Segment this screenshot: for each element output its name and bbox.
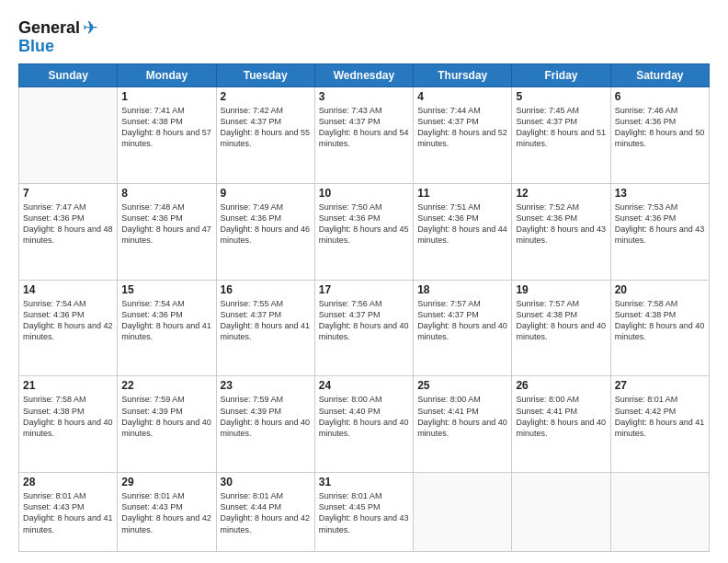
weekday-header-saturday: Saturday — [610, 64, 709, 87]
weekday-header-sunday: Sunday — [19, 64, 118, 87]
cell-info: Sunrise: 8:00 AMSunset: 4:41 PMDaylight:… — [417, 394, 507, 439]
cell-info: Sunrise: 7:59 AMSunset: 4:39 PMDaylight:… — [221, 394, 311, 439]
calendar-cell: 28Sunrise: 8:01 AMSunset: 4:43 PMDayligh… — [19, 473, 118, 552]
logo-blue: Blue — [18, 37, 54, 56]
calendar-cell: 20Sunrise: 7:58 AMSunset: 4:38 PMDayligh… — [610, 280, 709, 376]
calendar-cell: 1Sunrise: 7:41 AMSunset: 4:38 PMDaylight… — [118, 87, 216, 184]
cell-info: Sunrise: 7:49 AMSunset: 4:36 PMDaylight:… — [221, 201, 311, 247]
cell-info: Sunrise: 7:46 AMSunset: 4:36 PMDaylight:… — [615, 105, 705, 150]
day-number: 19 — [516, 283, 606, 296]
cell-info: Sunrise: 7:52 AMSunset: 4:36 PMDaylight:… — [516, 201, 606, 247]
day-number: 29 — [121, 476, 211, 488]
cell-info: Sunrise: 7:54 AMSunset: 4:36 PMDaylight:… — [23, 298, 113, 343]
day-number: 7 — [23, 187, 113, 200]
calendar-table: SundayMondayTuesdayWednesdayThursdayFrid… — [18, 63, 710, 552]
calendar-cell — [19, 87, 118, 184]
cell-info: Sunrise: 7:41 AMSunset: 4:38 PMDaylight:… — [121, 105, 211, 150]
calendar-cell: 10Sunrise: 7:50 AMSunset: 4:36 PMDayligh… — [314, 183, 413, 280]
day-number: 3 — [319, 90, 409, 103]
cell-info: Sunrise: 7:56 AMSunset: 4:37 PMDaylight:… — [319, 298, 409, 343]
day-number: 9 — [221, 187, 311, 200]
logo-general: General — [18, 18, 80, 38]
calendar-cell: 9Sunrise: 7:49 AMSunset: 4:36 PMDaylight… — [216, 183, 314, 280]
day-number: 23 — [221, 379, 311, 392]
logo: General ✈ Blue — [18, 17, 98, 56]
day-number: 26 — [516, 379, 606, 392]
cell-info: Sunrise: 8:01 AMSunset: 4:43 PMDaylight:… — [121, 490, 211, 535]
cell-info: Sunrise: 8:01 AMSunset: 4:42 PMDaylight:… — [615, 394, 705, 439]
weekday-header-monday: Monday — [118, 64, 216, 87]
cell-info: Sunrise: 7:47 AMSunset: 4:36 PMDaylight:… — [23, 201, 113, 247]
day-number: 17 — [319, 283, 409, 296]
day-number: 6 — [615, 90, 705, 103]
calendar-cell: 25Sunrise: 8:00 AMSunset: 4:41 PMDayligh… — [414, 376, 512, 473]
day-number: 15 — [121, 283, 211, 296]
cell-info: Sunrise: 7:58 AMSunset: 4:38 PMDaylight:… — [23, 394, 113, 439]
cell-info: Sunrise: 7:45 AMSunset: 4:37 PMDaylight:… — [516, 105, 606, 150]
calendar-cell: 27Sunrise: 8:01 AMSunset: 4:42 PMDayligh… — [610, 376, 709, 473]
calendar-cell: 22Sunrise: 7:59 AMSunset: 4:39 PMDayligh… — [118, 376, 216, 473]
cell-info: Sunrise: 7:53 AMSunset: 4:36 PMDaylight:… — [615, 201, 705, 247]
week-row-1: 1Sunrise: 7:41 AMSunset: 4:38 PMDaylight… — [19, 87, 710, 184]
day-number: 4 — [417, 90, 507, 103]
cell-info: Sunrise: 7:57 AMSunset: 4:37 PMDaylight:… — [417, 298, 507, 343]
calendar-cell: 26Sunrise: 8:00 AMSunset: 4:41 PMDayligh… — [512, 376, 610, 473]
calendar-cell: 12Sunrise: 7:52 AMSunset: 4:36 PMDayligh… — [512, 183, 610, 280]
calendar-cell: 7Sunrise: 7:47 AMSunset: 4:36 PMDaylight… — [19, 183, 118, 280]
day-number: 5 — [516, 90, 606, 103]
day-number: 16 — [221, 283, 311, 296]
weekday-header-friday: Friday — [512, 64, 610, 87]
calendar-cell: 15Sunrise: 7:54 AMSunset: 4:36 PMDayligh… — [118, 280, 216, 376]
day-number: 12 — [516, 187, 606, 200]
calendar-cell: 6Sunrise: 7:46 AMSunset: 4:36 PMDaylight… — [610, 87, 709, 184]
calendar-cell: 21Sunrise: 7:58 AMSunset: 4:38 PMDayligh… — [19, 376, 118, 473]
weekday-header-row: SundayMondayTuesdayWednesdayThursdayFrid… — [19, 64, 710, 87]
day-number: 25 — [417, 379, 507, 392]
calendar-cell: 18Sunrise: 7:57 AMSunset: 4:37 PMDayligh… — [414, 280, 512, 376]
day-number: 20 — [615, 283, 705, 296]
calendar-cell: 24Sunrise: 8:00 AMSunset: 4:40 PMDayligh… — [314, 376, 413, 473]
day-number: 18 — [417, 283, 507, 296]
calendar-cell: 2Sunrise: 7:42 AMSunset: 4:37 PMDaylight… — [216, 87, 314, 184]
calendar-cell: 4Sunrise: 7:44 AMSunset: 4:37 PMDaylight… — [414, 87, 512, 184]
calendar-cell: 30Sunrise: 8:01 AMSunset: 4:44 PMDayligh… — [216, 473, 314, 552]
day-number: 8 — [121, 187, 211, 200]
cell-info: Sunrise: 7:58 AMSunset: 4:38 PMDaylight:… — [615, 298, 705, 343]
calendar-cell: 3Sunrise: 7:43 AMSunset: 4:37 PMDaylight… — [314, 87, 413, 184]
cell-info: Sunrise: 7:51 AMSunset: 4:36 PMDaylight:… — [417, 201, 507, 247]
calendar-cell: 8Sunrise: 7:48 AMSunset: 4:36 PMDaylight… — [118, 183, 216, 280]
day-number: 13 — [615, 187, 705, 200]
calendar-cell: 11Sunrise: 7:51 AMSunset: 4:36 PMDayligh… — [414, 183, 512, 280]
day-number: 10 — [319, 187, 409, 200]
weekday-header-tuesday: Tuesday — [216, 64, 314, 87]
day-number: 31 — [319, 476, 409, 488]
cell-info: Sunrise: 7:48 AMSunset: 4:36 PMDaylight:… — [121, 201, 211, 247]
week-row-2: 7Sunrise: 7:47 AMSunset: 4:36 PMDaylight… — [19, 183, 710, 280]
cell-info: Sunrise: 7:43 AMSunset: 4:37 PMDaylight:… — [319, 105, 409, 150]
day-number: 28 — [23, 476, 113, 488]
calendar-cell — [512, 473, 610, 552]
calendar-cell: 13Sunrise: 7:53 AMSunset: 4:36 PMDayligh… — [610, 183, 709, 280]
cell-info: Sunrise: 7:55 AMSunset: 4:37 PMDaylight:… — [221, 298, 311, 343]
cell-info: Sunrise: 7:59 AMSunset: 4:39 PMDaylight:… — [121, 394, 211, 439]
week-row-3: 14Sunrise: 7:54 AMSunset: 4:36 PMDayligh… — [19, 280, 710, 376]
calendar-cell: 5Sunrise: 7:45 AMSunset: 4:37 PMDaylight… — [512, 87, 610, 184]
day-number: 22 — [121, 379, 211, 392]
cell-info: Sunrise: 8:00 AMSunset: 4:40 PMDaylight:… — [319, 394, 409, 439]
weekday-header-thursday: Thursday — [414, 64, 512, 87]
weekday-header-wednesday: Wednesday — [314, 64, 413, 87]
cell-info: Sunrise: 7:50 AMSunset: 4:36 PMDaylight:… — [319, 201, 409, 247]
day-number: 14 — [23, 283, 113, 296]
week-row-5: 28Sunrise: 8:01 AMSunset: 4:43 PMDayligh… — [19, 473, 710, 552]
day-number: 27 — [615, 379, 705, 392]
cell-info: Sunrise: 7:57 AMSunset: 4:38 PMDaylight:… — [516, 298, 606, 343]
calendar-cell: 16Sunrise: 7:55 AMSunset: 4:37 PMDayligh… — [216, 280, 314, 376]
calendar-cell: 23Sunrise: 7:59 AMSunset: 4:39 PMDayligh… — [216, 376, 314, 473]
calendar-cell: 14Sunrise: 7:54 AMSunset: 4:36 PMDayligh… — [19, 280, 118, 376]
cell-info: Sunrise: 8:01 AMSunset: 4:43 PMDaylight:… — [23, 490, 113, 535]
header: General ✈ Blue — [18, 17, 710, 56]
cell-info: Sunrise: 8:01 AMSunset: 4:44 PMDaylight:… — [221, 490, 311, 535]
cell-info: Sunrise: 7:54 AMSunset: 4:36 PMDaylight:… — [121, 298, 211, 343]
cell-info: Sunrise: 7:42 AMSunset: 4:37 PMDaylight:… — [221, 105, 311, 150]
calendar-cell — [414, 473, 512, 552]
